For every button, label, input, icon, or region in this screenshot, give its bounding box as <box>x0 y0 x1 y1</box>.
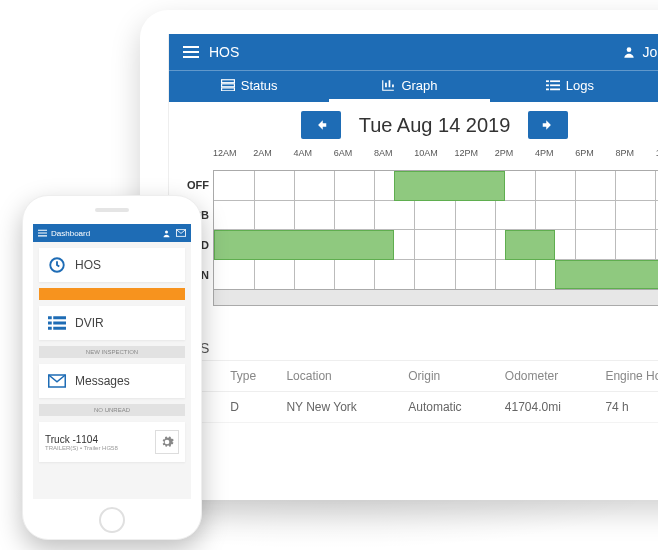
svg-rect-1 <box>221 80 234 83</box>
phone-title: Dashboard <box>51 229 90 238</box>
graph-segment[interactable] <box>394 171 504 201</box>
tablet-device: HOS John S Status Graph Logs <box>140 10 658 500</box>
no-unread-label: NO UNREAD <box>39 404 185 416</box>
col-engine: Engine Ho <box>599 361 658 392</box>
alert-banner[interactable] <box>39 288 185 300</box>
app-title: HOS <box>209 44 239 60</box>
phone-header: Dashboard <box>33 224 191 242</box>
svg-rect-8 <box>546 89 549 91</box>
hos-graph: 12AM 2AM 4AM 6AM 8AM 10AM 12PM 2PM 4PM 6… <box>169 148 658 306</box>
vehicle-name: Truck -1104 <box>45 434 155 445</box>
graph-segment[interactable] <box>214 230 394 260</box>
svg-rect-7 <box>550 84 560 86</box>
list-icon <box>47 316 67 330</box>
logs-heading: LOGS <box>169 336 658 361</box>
new-inspection-label: NEW INSPECTION <box>39 346 185 358</box>
logs-table: Date Type Location Origin Odometer Engin… <box>169 361 658 423</box>
tablet-header: HOS John S <box>169 34 658 70</box>
tab-status[interactable]: Status <box>169 71 329 102</box>
tablet-tabs: Status Graph Logs C <box>169 70 658 102</box>
svg-rect-3 <box>221 88 234 91</box>
graph-footer-strip <box>213 290 658 306</box>
user-icon[interactable] <box>162 229 171 238</box>
logs-section: LOGS Date Type Location Origin Odometer … <box>169 336 658 423</box>
svg-rect-9 <box>550 89 560 91</box>
vehicle-card[interactable]: Truck -1104 TRAILER(S) • Trailer HG58 <box>39 422 185 462</box>
svg-point-10 <box>165 230 168 233</box>
menu-item-dvir[interactable]: DVIR <box>39 306 185 340</box>
phone-device: Dashboard HOS DVIR NEW INSPECTION <box>22 195 202 540</box>
table-row[interactable]: 0:00 D NY New York Automatic 41704.0mi 7… <box>169 392 658 423</box>
mail-icon[interactable] <box>176 229 186 237</box>
svg-rect-13 <box>48 316 52 319</box>
svg-point-0 <box>627 47 632 52</box>
tab-settings[interactable]: C <box>650 71 658 102</box>
svg-rect-16 <box>53 322 66 325</box>
svg-rect-17 <box>48 327 52 330</box>
graph-segment[interactable] <box>505 230 555 260</box>
tab-logs[interactable]: Logs <box>490 71 650 102</box>
user-icon <box>622 45 636 59</box>
next-day-button[interactable] <box>528 111 568 139</box>
phone-screen: Dashboard HOS DVIR NEW INSPECTION <box>33 224 191 499</box>
graph-grid[interactable] <box>213 170 658 290</box>
svg-rect-4 <box>546 80 549 82</box>
svg-rect-6 <box>546 84 549 86</box>
vehicle-subtitle: TRAILER(S) • Trailer HG58 <box>45 445 155 451</box>
col-odometer: Odometer <box>499 361 600 392</box>
menu-icon[interactable] <box>38 229 47 237</box>
tablet-screen: HOS John S Status Graph Logs <box>168 34 658 476</box>
user-name-chip[interactable]: John S <box>622 44 658 60</box>
svg-rect-14 <box>53 316 66 319</box>
prev-day-button[interactable] <box>301 111 341 139</box>
vehicle-settings-button[interactable] <box>155 430 179 454</box>
home-button[interactable] <box>99 507 125 533</box>
col-type: Type <box>224 361 280 392</box>
menu-item-hos[interactable]: HOS <box>39 248 185 282</box>
graph-hour-labels: 12AM 2AM 4AM 6AM 8AM 10AM 12PM 2PM 4PM 6… <box>183 148 658 170</box>
menu-item-messages[interactable]: Messages <box>39 364 185 398</box>
svg-rect-5 <box>550 80 560 82</box>
gear-icon <box>160 435 174 449</box>
col-origin: Origin <box>402 361 499 392</box>
menu-icon[interactable] <box>183 46 199 58</box>
envelope-icon <box>47 374 67 388</box>
svg-rect-2 <box>221 84 234 87</box>
clock-icon <box>47 256 67 274</box>
tab-graph[interactable]: Graph <box>329 71 489 102</box>
col-location: Location <box>280 361 402 392</box>
svg-rect-18 <box>53 327 66 330</box>
graph-segment[interactable] <box>555 260 658 290</box>
svg-rect-15 <box>48 322 52 325</box>
current-date: Tue Aug 14 2019 <box>359 114 511 137</box>
date-selector: Tue Aug 14 2019 <box>169 102 658 148</box>
